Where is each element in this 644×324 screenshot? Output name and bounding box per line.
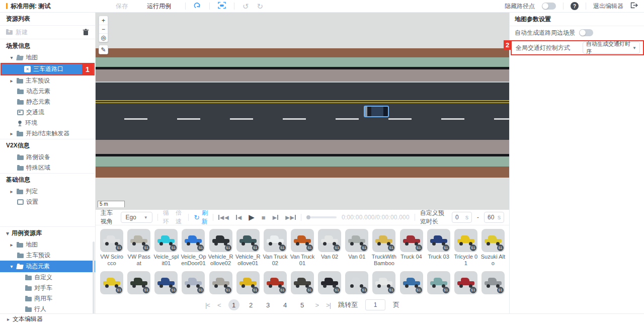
- vehicle-thumbnail: S1: [100, 271, 123, 294]
- folder-icon: [25, 297, 32, 301]
- hide-waypoints-toggle[interactable]: [542, 3, 556, 10]
- first-page-icon[interactable]: |<: [205, 301, 210, 309]
- trash-icon[interactable]: [83, 29, 89, 36]
- vehicle-thumbnail: S1: [318, 271, 341, 294]
- help-icon[interactable]: ?: [571, 2, 579, 10]
- playback-buttons: ◀◀ ◀ ▶ ■ ▶ ▶▶: [218, 213, 296, 222]
- vehicle-sim-badge: S1: [497, 287, 504, 293]
- play-button[interactable]: ▶: [249, 213, 255, 222]
- reset-route-icon[interactable]: [194, 2, 201, 11]
- preview-from-input[interactable]: [455, 214, 464, 221]
- slider-knob[interactable]: [306, 215, 310, 219]
- ego-vehicle[interactable]: [364, 106, 389, 117]
- vehicle-sim-badge: S1: [197, 287, 204, 293]
- speed-button[interactable]: 倍速: [176, 209, 183, 226]
- sidebar-item-settings[interactable]: 设置: [0, 197, 95, 207]
- sidebar-item-special-zones[interactable]: 特殊区域: [0, 163, 95, 173]
- sidebar-item-traffic-flow[interactable]: 交通流: [0, 107, 95, 118]
- library-item-commercial-vehicle[interactable]: 商用车: [0, 293, 95, 304]
- vehicle-card[interactable]: S1 VW Scirocco: [98, 229, 125, 267]
- sidebar-item-dynamic-elements[interactable]: 动态元素: [0, 86, 95, 97]
- map-grass-strip: [96, 156, 509, 167]
- page-button[interactable]: 2: [246, 299, 257, 310]
- zoom-out-button[interactable]: −: [99, 25, 108, 33]
- vehicle-name: Vehicle_Rollove01: [234, 254, 262, 267]
- vehicle-card[interactable]: S1 Truck 04: [397, 229, 425, 267]
- preview-from-field[interactable]: s: [452, 212, 472, 223]
- exit-editor-icon[interactable]: [630, 2, 638, 10]
- vehicle-thumbnail: S1: [264, 229, 287, 252]
- redo-icon[interactable]: ↻: [257, 3, 264, 10]
- jump-page-input[interactable]: [365, 299, 385, 310]
- vehicle-card[interactable]: S1 Van Truck 01: [289, 229, 316, 267]
- preview-to-input[interactable]: [488, 214, 497, 221]
- vehicle-card[interactable]: S1 Veicle_OpenDoor01: [180, 229, 207, 267]
- undo-icon[interactable]: ↺: [243, 3, 249, 10]
- sidebar-item-triggers[interactable]: ▸ 开始/结束触发器: [0, 128, 95, 139]
- vehicle-card[interactable]: S1 Vehicle_Rollove02: [207, 229, 234, 267]
- vehicle-card[interactable]: S1 Van Truck 02: [262, 229, 289, 267]
- case-library-header[interactable]: ▾ 用例资源库: [0, 226, 95, 239]
- new-folder-icon[interactable]: [6, 30, 13, 35]
- sidebar-item-map-folder[interactable]: ▾ 地图: [0, 52, 95, 63]
- last-page-icon[interactable]: >|: [326, 301, 331, 309]
- vehicle-card[interactable]: S1 Suzuki Alto: [479, 229, 507, 267]
- vehicle-card[interactable]: S1 Van 02: [316, 229, 343, 267]
- new-case-button[interactable]: 新建: [16, 28, 28, 37]
- refresh-button[interactable]: ↻ 刷新: [194, 209, 208, 226]
- locate-vehicle-icon[interactable]: [218, 2, 226, 11]
- timeline-slider[interactable]: [306, 215, 337, 219]
- vehicle-card[interactable]: S1 VW Passat: [125, 229, 152, 267]
- vehicle-sim-badge: S1: [116, 245, 122, 251]
- save-button[interactable]: 保存: [116, 2, 128, 11]
- sidebar-item-three-lane-junction[interactable]: 三车道路口 1: [1, 63, 94, 75]
- sidebar-item-roadside-devices[interactable]: 路侧设备: [0, 152, 95, 163]
- vehicle-name: Van Truck 01: [289, 254, 316, 267]
- sidebar-item-judgement[interactable]: ▸ 判定: [0, 186, 95, 197]
- vehicle-sim-badge: S1: [197, 245, 204, 251]
- vehicle-library: S1 VW Scirocco S1: [96, 225, 509, 313]
- vehicle-card[interactable]: S1 Tricycle 01: [452, 229, 479, 267]
- page-button[interactable]: 5: [297, 299, 308, 310]
- auto-generate-toggle[interactable]: [579, 29, 593, 36]
- ego-view-select[interactable]: Ego ▼: [121, 212, 152, 223]
- text-editor-bar[interactable]: ▸ 文本编辑器: [0, 313, 644, 324]
- measure-tool-button[interactable]: ✎: [99, 45, 108, 54]
- page-button[interactable]: 1: [228, 299, 239, 310]
- map-viewport[interactable]: + − ◎ ✎ 5 m: [96, 13, 509, 210]
- vehicle-card[interactable]: S1 Vehicle_Rollove01: [234, 229, 262, 267]
- library-item-map[interactable]: ▸ 地图: [0, 239, 95, 250]
- page-button[interactable]: 3: [263, 299, 274, 310]
- library-item-opponent-vehicle[interactable]: 对手车: [0, 283, 95, 293]
- skip-to-end-button[interactable]: ▶▶: [285, 214, 296, 221]
- page-button[interactable]: 4: [280, 299, 291, 310]
- run-case-button[interactable]: 运行用例: [147, 2, 171, 11]
- library-item-pedestrian[interactable]: 行人: [0, 304, 95, 313]
- vehicle-thumbnail: S1: [345, 271, 368, 294]
- library-item-ego-preset[interactable]: 主车预设: [0, 250, 95, 261]
- stop-button[interactable]: ■: [262, 214, 266, 221]
- step-forward-button[interactable]: ▶: [273, 214, 278, 221]
- loop-button[interactable]: 循环: [163, 209, 171, 226]
- skip-to-start-button[interactable]: ◀◀: [218, 214, 229, 221]
- pagination-bar: |< < 1 2 3 4 5 > >| 跳转至: [96, 296, 509, 313]
- traffic-light-mode-select[interactable]: 自动生成交通灯时序 ▼: [583, 42, 640, 54]
- sidebar-item-ego-preset[interactable]: ▸ 主车预设: [0, 75, 95, 86]
- sidebar-item-static-elements[interactable]: 静态元素: [0, 97, 95, 107]
- prev-page-icon[interactable]: <: [217, 301, 221, 309]
- next-page-icon[interactable]: >: [315, 301, 319, 309]
- vehicle-card[interactable]: S1 Van 01: [343, 229, 370, 267]
- vehicle-sim-badge: S1: [388, 245, 394, 251]
- vehicle-card[interactable]: S1 Veicle_split01: [152, 229, 180, 267]
- exit-editor-label[interactable]: 退出编辑器: [593, 2, 623, 11]
- recenter-button[interactable]: ◎: [99, 33, 108, 42]
- library-item-custom[interactable]: 自定义: [0, 272, 95, 283]
- preview-to-field[interactable]: s: [484, 212, 504, 223]
- vehicle-card[interactable]: S1 Truck 03: [425, 229, 452, 267]
- library-item-dynamic-elements[interactable]: ▾ 动态元素: [0, 261, 95, 272]
- sidebar-item-environment[interactable]: 环境: [0, 118, 95, 128]
- vehicle-card[interactable]: S1 TruckWithBamboo: [370, 229, 397, 267]
- zoom-in-button[interactable]: +: [99, 16, 108, 25]
- sidebar-scrollbar[interactable]: [93, 241, 95, 313]
- step-back-button[interactable]: ◀: [236, 214, 242, 221]
